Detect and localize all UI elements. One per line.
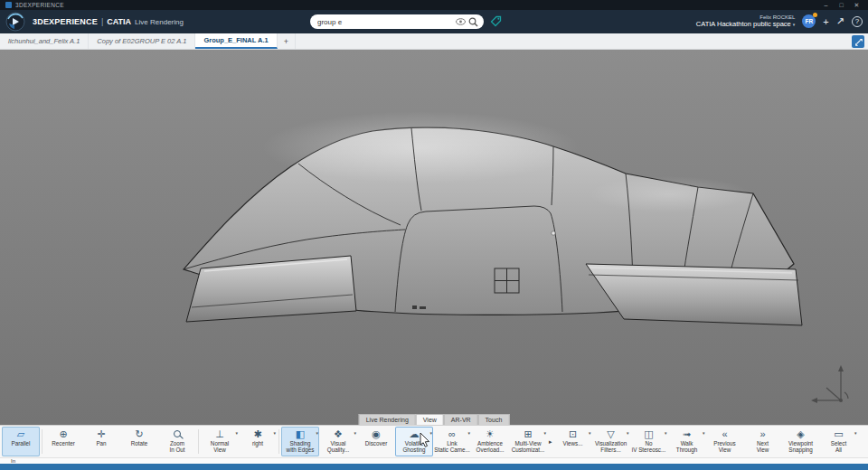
tab-label: AR-VR bbox=[451, 417, 471, 423]
tool-label: Previous View bbox=[713, 440, 736, 453]
multi-view-icon: ⊞ bbox=[524, 428, 532, 440]
tab-label: Live Rendering bbox=[366, 417, 409, 423]
tool-label: Shading with Edges bbox=[287, 440, 315, 453]
search-icon[interactable] bbox=[468, 17, 478, 27]
minimize-button[interactable]: – bbox=[818, 0, 834, 10]
tool-next-view[interactable]: » Next View bbox=[744, 427, 782, 456]
tag-icon[interactable] bbox=[490, 15, 502, 27]
tool-no-iv-stereoscopy[interactable]: ▾ ◫ No iV Stereosc... bbox=[630, 427, 668, 456]
share-button[interactable]: ↗ bbox=[836, 15, 844, 27]
brand-name: 3DEXPERIENCE bbox=[33, 17, 98, 26]
chevron-down-icon: ▾ bbox=[235, 430, 238, 436]
door-point-marker[interactable] bbox=[552, 231, 555, 235]
workspace-label: CATIA Hackathton public space bbox=[696, 20, 791, 28]
tool-discover[interactable]: ◉ Discover bbox=[357, 427, 395, 456]
tool-label: Zoom In Out bbox=[169, 440, 184, 453]
tool-views[interactable]: ▾ ⊡ Views... bbox=[554, 427, 592, 456]
tool-previous-view[interactable]: « Previous View bbox=[706, 427, 744, 456]
chevron-down-icon: ▾ bbox=[793, 22, 796, 27]
tool-label: Viewpoint Snapping bbox=[788, 440, 813, 453]
tool-label: Parallel bbox=[12, 440, 31, 446]
tool-viewpoint-snapping[interactable]: ◈ Viewpoint Snapping bbox=[782, 427, 820, 456]
tool-volatile-ghosting[interactable]: ▾ ☁ Volatile Ghosting bbox=[395, 427, 433, 456]
compass-icon[interactable] bbox=[5, 12, 25, 32]
visual-quality-icon: ❖ bbox=[334, 428, 343, 440]
next-icon: » bbox=[760, 428, 765, 440]
search-bar[interactable] bbox=[310, 14, 484, 29]
tool-walk-through[interactable]: ▾ ➟ Walk Through bbox=[668, 427, 706, 456]
tool-view-right[interactable]: ▾ ✱ right bbox=[239, 427, 277, 456]
eye-icon[interactable] bbox=[456, 18, 466, 25]
zoom-icon bbox=[174, 430, 181, 437]
expand-viewport-button[interactable] bbox=[852, 35, 864, 48]
action-toolbar: ▱ Parallel ⊕ Recenter ✛ Pan ↻ Rotate Zoo… bbox=[0, 425, 868, 457]
app-logo-icon bbox=[5, 2, 12, 8]
chevron-down-icon: ▾ bbox=[854, 430, 857, 436]
help-button[interactable]: ? bbox=[852, 16, 863, 27]
tool-link-static-camera[interactable]: ▾ ∞ Link Static Came... bbox=[433, 427, 471, 456]
discover-icon: ◉ bbox=[372, 428, 381, 440]
3d-scene[interactable] bbox=[0, 50, 868, 425]
tool-visualization-filters[interactable]: ▾ ▽ Visualization Filters... bbox=[592, 427, 630, 456]
search-input[interactable] bbox=[316, 16, 453, 27]
tool-label: right bbox=[252, 440, 263, 446]
tab-ar-vr[interactable]: AR-VR bbox=[444, 414, 478, 425]
brand-divider: | bbox=[101, 17, 103, 26]
ghosting-icon: ☁ bbox=[410, 428, 420, 440]
tool-label: Walk Through bbox=[676, 440, 697, 453]
pan-icon: ✛ bbox=[97, 428, 105, 440]
toolbar-overflow-chevron[interactable]: ▸ bbox=[547, 438, 554, 446]
new-tab-button[interactable]: + bbox=[278, 33, 296, 49]
document-tabbar: lichunhui_and_Felix A.1 Copy of E02GROUP… bbox=[0, 33, 868, 50]
tool-label: Rotate bbox=[131, 440, 148, 446]
add-button[interactable]: + bbox=[823, 16, 828, 27]
tool-label: No iV Stereosc... bbox=[632, 440, 665, 453]
tool-multi-view-customization[interactable]: ▾ ⊞ Multi-View Customizat... bbox=[509, 427, 547, 456]
deck-highlight bbox=[588, 176, 750, 212]
tool-zoom-in-out[interactable]: Zoom In Out bbox=[158, 427, 196, 456]
tool-label: Visual Quality... bbox=[327, 440, 349, 453]
workspace-selector[interactable]: CATIA Hackathton public space ▾ bbox=[696, 21, 796, 29]
tool-normal-view[interactable]: ▾ ⊥ Normal View bbox=[201, 427, 239, 456]
tab-label: View bbox=[423, 417, 437, 423]
toolbar-separator bbox=[198, 429, 199, 454]
tab-copy-of-e02group[interactable]: Copy of E02GROUP E 02 A.1 bbox=[89, 33, 195, 49]
tool-rotate[interactable]: ↻ Rotate bbox=[120, 427, 158, 456]
avatar[interactable]: FR bbox=[802, 14, 816, 28]
tool-recenter[interactable]: ⊕ Recenter bbox=[44, 427, 82, 456]
3d-viewport[interactable]: Live Rendering View AR-VR Touch bbox=[0, 50, 868, 425]
app-header: 3DEXPERIENCE | CATIA Live Rendering Feli… bbox=[0, 10, 868, 33]
chevron-down-icon: ▾ bbox=[354, 430, 356, 436]
tab-touch[interactable]: Touch bbox=[478, 414, 510, 425]
tab-label: Group_E_FINAL A.1 bbox=[203, 36, 268, 44]
chevron-down-icon: ▾ bbox=[543, 430, 546, 436]
stereo-icon: ◫ bbox=[644, 428, 653, 440]
tab-group-e-final[interactable]: Group_E_FINAL A.1 bbox=[195, 33, 277, 49]
tool-label: Pan bbox=[96, 440, 106, 446]
tool-label: Multi-View Customizat... bbox=[512, 440, 545, 453]
tool-parallel[interactable]: ▱ Parallel bbox=[2, 427, 40, 456]
previous-icon: « bbox=[722, 428, 727, 440]
tool-label: Volatile Ghosting bbox=[402, 440, 425, 453]
select-all-icon: ▭ bbox=[834, 428, 843, 440]
tab-lichunhui-and-felix[interactable]: lichunhui_and_Felix A.1 bbox=[0, 33, 89, 49]
tool-ambience-overload[interactable]: ☀ Ambience Overload... bbox=[471, 427, 509, 456]
tool-visual-quality[interactable]: ▾ ❖ Visual Quality... bbox=[319, 427, 357, 456]
close-button[interactable]: ✕ bbox=[849, 0, 864, 10]
tab-view[interactable]: View bbox=[416, 414, 444, 425]
snapping-icon: ◈ bbox=[797, 428, 804, 440]
ambience-icon: ☀ bbox=[486, 428, 495, 440]
rotate-icon: ↻ bbox=[135, 428, 143, 440]
tool-label: Select All bbox=[831, 440, 847, 453]
recenter-icon: ⊕ bbox=[59, 428, 67, 440]
parallel-icon: ▱ bbox=[17, 428, 24, 440]
tab-live-rendering[interactable]: Live Rendering bbox=[359, 414, 416, 425]
avatar-initials: FR bbox=[806, 18, 814, 24]
toolbar-separator bbox=[42, 429, 42, 454]
maximize-button[interactable]: □ bbox=[834, 0, 849, 10]
tool-pan[interactable]: ✛ Pan bbox=[82, 427, 120, 456]
tool-shading-with-edges[interactable]: ▾ ◧ Shading with Edges bbox=[281, 427, 319, 456]
window-titlebar: 3DEXPERIENCE – □ ✕ bbox=[0, 0, 868, 10]
tool-label: Normal View bbox=[211, 440, 229, 453]
tool-select-all[interactable]: ▾ ▭ Select All bbox=[820, 427, 858, 456]
